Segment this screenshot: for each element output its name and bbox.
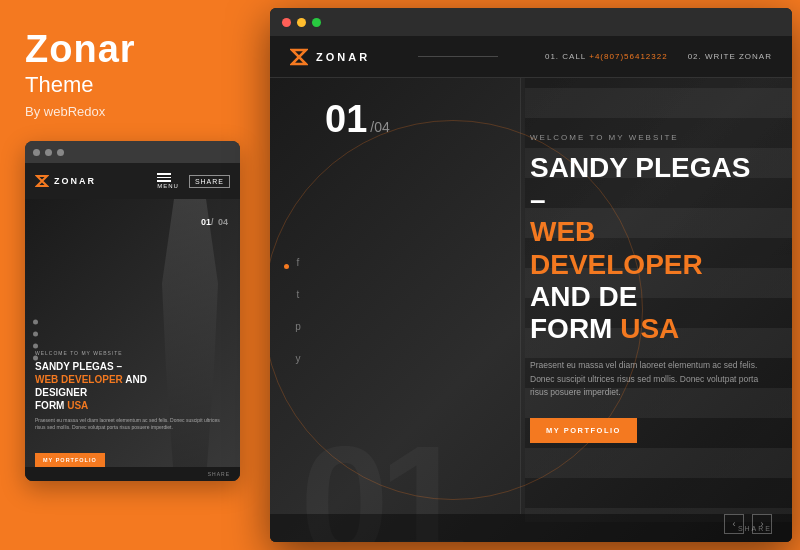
hero-vertical-line xyxy=(520,78,521,514)
hero-description: Praesent eu massa vel diam laoreet eleme… xyxy=(530,359,762,400)
desktop-browser: ZONAR 01. CALL +4(807)56412322 02. WRITE… xyxy=(270,36,792,542)
social-twitter-icon[interactable]: t xyxy=(288,284,308,304)
close-dot xyxy=(282,18,291,27)
hero-heading-orange: WEB DEVELOPER xyxy=(530,216,703,279)
social-pinterest-icon[interactable]: p xyxy=(288,316,308,336)
menu-line-2 xyxy=(157,177,171,179)
social-facebook-icon[interactable]: f xyxy=(288,252,308,272)
hero-cta-button[interactable]: MY PORTFOLIO xyxy=(530,418,637,443)
mobile-navbar: ZONAR MENU SHARE xyxy=(25,163,240,199)
desktop-call-number: +4(807)56412322 xyxy=(589,52,667,61)
mobile-preview: ZONAR MENU SHARE 01/ 04 xyxy=(25,141,240,481)
mobile-logo: ZONAR xyxy=(35,174,96,188)
svg-marker-0 xyxy=(37,176,47,186)
minimize-dot xyxy=(297,18,306,27)
mobile-dot-3 xyxy=(57,149,64,156)
brand-subtitle: Theme xyxy=(25,72,237,98)
mobile-share-button[interactable]: SHARE xyxy=(189,175,230,188)
mobile-heading-and: AND xyxy=(125,374,147,385)
desktop-nav-divider xyxy=(418,56,498,57)
mobile-dot-1 xyxy=(33,149,40,156)
mobile-heading-line1: SANDY PLEGAS – xyxy=(35,361,122,372)
desktop-titlebar xyxy=(270,8,792,36)
desktop-hero: 01 01/04 f t p y WELCOME TO MY WEBSITE S… xyxy=(270,78,792,542)
next-arrow[interactable]: › xyxy=(752,514,772,534)
mobile-slide-current: 01 xyxy=(201,217,211,227)
mobile-heading: SANDY PLEGAS – WEB DEVELOPER AND DESIGNE… xyxy=(35,360,230,412)
hero-welcome: WELCOME TO MY WEBSITE xyxy=(530,133,762,142)
mobile-desc: Praesent eu massa vel diam laoreet eleme… xyxy=(35,417,230,431)
svg-marker-1 xyxy=(292,50,306,64)
hero-slide-current: 01 xyxy=(325,98,367,140)
mobile-logo-icon xyxy=(35,174,49,188)
mobile-dot-2 xyxy=(45,149,52,156)
desktop-logo: ZONAR xyxy=(290,48,370,66)
mobile-social-fb[interactable] xyxy=(33,320,38,325)
mobile-titlebar xyxy=(25,141,240,163)
mobile-welcome: WELCOME TO MY WEBSITE xyxy=(35,350,230,356)
hero-heading: SANDY PLEGAS – WEB DEVELOPER AND DE FORM… xyxy=(530,152,762,345)
hero-social-links: f t p y xyxy=(288,252,308,368)
mobile-heading-usa: USA xyxy=(67,400,88,411)
desktop-call-label: 01. CALL xyxy=(545,52,586,61)
mobile-bottom-share: SHARE xyxy=(208,471,230,477)
mobile-nav-right: MENU SHARE xyxy=(157,173,230,189)
menu-line-1 xyxy=(157,173,171,175)
mobile-social-tw[interactable] xyxy=(33,332,38,337)
prev-arrow[interactable]: ‹ xyxy=(724,514,744,534)
hero-heading-form: FORM xyxy=(530,313,620,344)
desktop-nav-call: 01. CALL +4(807)56412322 xyxy=(545,52,668,61)
hero-heading-and: AND DE xyxy=(530,281,637,312)
mobile-menu-label: MENU xyxy=(157,183,179,189)
left-panel: Zonar Theme By webRedox ZONAR xyxy=(0,0,262,550)
brand-name: Zonar xyxy=(25,30,237,68)
mobile-heading-form: FORM xyxy=(35,400,67,411)
mobile-logo-text: ZONAR xyxy=(54,176,96,186)
hero-slide-sep: /04 xyxy=(370,119,389,135)
mobile-social-pi[interactable] xyxy=(33,344,38,349)
desktop-nav-write: 02. WRITE ZONAR xyxy=(688,52,772,61)
desktop-navbar: ZONAR 01. CALL +4(807)56412322 02. WRITE… xyxy=(270,36,792,78)
mobile-text-block: WELCOME TO MY WEBSITE SANDY PLEGAS – WEB… xyxy=(35,350,230,431)
desktop-logo-text: ZONAR xyxy=(316,51,370,63)
menu-line-3 xyxy=(157,180,171,182)
mobile-hero-content: 01/ 04 WELCOME TO MY WEBSITE SANDY PLEGA… xyxy=(25,199,240,481)
hero-bottom-bar: SHARE ‹ › xyxy=(270,514,792,542)
mobile-menu-button[interactable] xyxy=(157,173,179,182)
hero-heading-usa: USA xyxy=(620,313,679,344)
hero-slide-counter: 01/04 xyxy=(325,100,390,138)
social-youtube-icon[interactable]: y xyxy=(288,348,308,368)
hero-text-block: WELCOME TO MY WEBSITE SANDY PLEGAS – WEB… xyxy=(530,133,762,443)
mobile-heading-designer: DESIGNER xyxy=(35,387,87,398)
mobile-menu-container[interactable]: MENU xyxy=(157,173,179,189)
mobile-heading-orange: WEB DEVELOPER xyxy=(35,374,123,385)
mobile-slide-counter: 01/ 04 xyxy=(201,211,228,229)
hero-nav-arrows: ‹ › xyxy=(724,514,772,534)
brand-author: By webRedox xyxy=(25,104,237,119)
mobile-cta-button[interactable]: MY PORTFOLIO xyxy=(35,453,105,467)
mobile-slide-sep: / xyxy=(211,217,214,227)
maximize-dot xyxy=(312,18,321,27)
desktop-logo-icon xyxy=(290,48,308,66)
hero-heading-line1: SANDY PLEGAS – xyxy=(530,152,750,215)
mobile-bottom-bar: SHARE xyxy=(25,467,240,481)
desktop-preview: ZONAR 01. CALL +4(807)56412322 02. WRITE… xyxy=(270,8,792,542)
desktop-nav-links: 01. CALL +4(807)56412322 02. WRITE ZONAR xyxy=(545,52,772,61)
mobile-slide-total: 04 xyxy=(218,217,228,227)
